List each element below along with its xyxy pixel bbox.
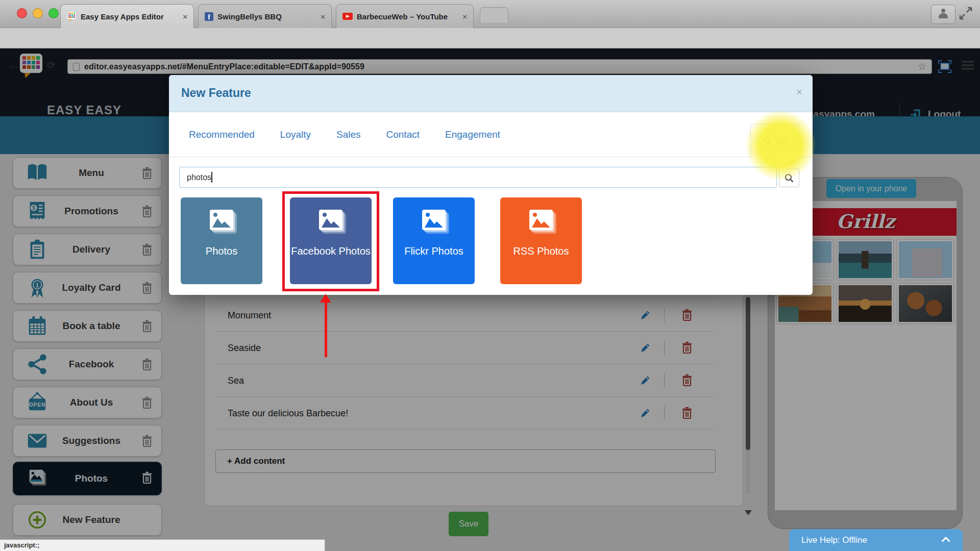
all-filter-label: All <box>776 136 787 147</box>
search-icon <box>785 173 794 183</box>
feature-tile-label: RSS Photos <box>513 244 569 258</box>
chevron-up-icon[interactable] <box>941 537 950 542</box>
new-tab-button[interactable] <box>480 7 508 22</box>
browser-toolbar: ← → ⟳ editor.easyeasyapps.net/#MenuEntry… <box>0 28 980 48</box>
browser-tab-swingbellys[interactable]: f SwingBellys BBQ × <box>198 4 332 28</box>
tutorial-arrow <box>325 302 327 357</box>
feature-tile-label: Flickr Photos <box>404 244 463 258</box>
window-minimize-button[interactable] <box>33 8 43 18</box>
fullscreen-expand-icon[interactable] <box>959 6 973 20</box>
screen: EASY EASY APPS My Apps john.doe@easyeasy… <box>0 0 980 551</box>
tab-recommended[interactable]: Recommended <box>189 129 255 140</box>
search-icon <box>764 137 772 145</box>
feature-search-input[interactable] <box>179 167 777 188</box>
person-icon <box>939 9 948 20</box>
browser-profile-button[interactable] <box>931 5 955 24</box>
modal-tab-bar: Recommended Loyalty Sales Contact Engage… <box>169 112 813 157</box>
modal-title: New Feature <box>181 86 251 100</box>
live-help-label: Live Help: Offline <box>801 529 867 551</box>
youtube-favicon <box>342 13 353 20</box>
photo-stack-icon <box>422 210 446 230</box>
all-filter-button[interactable]: All <box>750 124 800 158</box>
tab-loyalty[interactable]: Loyalty <box>280 129 311 140</box>
feature-tile-label: Photos <box>206 244 237 258</box>
tab-close-icon[interactable]: × <box>462 12 467 21</box>
modal-header: New Feature × <box>169 75 813 112</box>
browser-tab-youtube[interactable]: BarbecueWeb – YouTube × <box>336 4 474 28</box>
tab-close-icon[interactable]: × <box>321 12 325 21</box>
photo-stack-icon <box>529 210 553 230</box>
window-zoom-button[interactable] <box>48 8 59 18</box>
search-button[interactable] <box>779 168 799 187</box>
browser-tab-editor[interactable]: Easy Easy Apps Editor × <box>60 4 194 28</box>
tab-sales[interactable]: Sales <box>336 129 361 140</box>
tutorial-highlight-box <box>282 191 379 291</box>
close-icon[interactable]: × <box>796 86 802 98</box>
new-feature-modal: New Feature × Recommended Loyalty Sales … <box>169 75 813 295</box>
easyeasy-favicon <box>67 12 77 21</box>
feature-search <box>179 167 777 188</box>
tab-title: BarbecueWeb – YouTube <box>357 12 455 21</box>
tab-engagement[interactable]: Engagement <box>445 129 500 140</box>
browser-status-bar: javascript:; <box>0 539 325 551</box>
feature-tile-photos[interactable]: Photos <box>181 197 262 284</box>
browser-tab-strip: Easy Easy Apps Editor × f SwingBellys BB… <box>0 0 980 28</box>
tab-close-icon[interactable]: × <box>183 12 187 21</box>
tab-contact[interactable]: Contact <box>386 129 420 140</box>
feature-tile-rss-photos[interactable]: RSS Photos <box>500 197 582 284</box>
live-help-bar[interactable]: Live Help: Offline <box>789 529 963 551</box>
tutorial-arrow-head <box>320 294 331 303</box>
facebook-favicon: f <box>205 12 213 21</box>
window-close-button[interactable] <box>17 8 27 18</box>
photo-stack-icon <box>210 210 233 230</box>
tab-title: Easy Easy Apps Editor <box>81 12 176 21</box>
text-caret <box>211 172 212 183</box>
tab-title: SwingBellys BBQ <box>217 12 313 21</box>
feature-tile-flickr-photos[interactable]: Flickr Photos <box>393 197 475 284</box>
